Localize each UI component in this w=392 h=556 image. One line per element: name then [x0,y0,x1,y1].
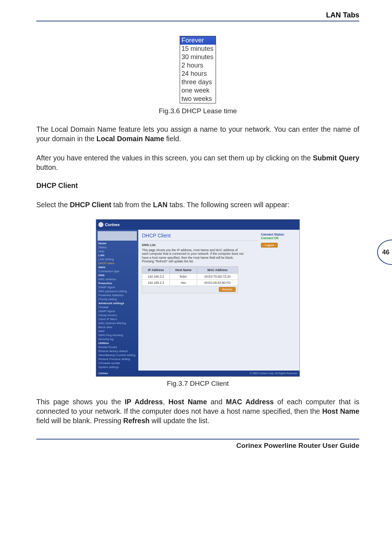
table-row: 192.168.2.2 fedor 00:E0:7D:8D:72:20 [142,274,238,280]
nav-dns[interactable]: DNS [98,273,137,277]
nav-advanced[interactable]: Advanced settings [98,301,137,305]
col-mac: MAC Address [197,267,238,274]
page-header: LAN Tabs [36,11,359,21]
nav-snmp[interactable]: SNMP Agent [98,285,137,289]
nav-restore-prev[interactable]: Restore Previous setting [98,357,137,361]
ss-description: This page shows you the IP address, Host… [142,248,244,264]
nav-client-ip[interactable]: Client IP filters [98,317,137,321]
lease-opt: 2 hours [180,61,216,70]
ss-footer: Corinex © 2003 Corinex Corp. All Rights … [96,371,299,376]
nav-dhcp-client[interactable]: DHCP client [98,261,137,265]
nav-conn-type[interactable]: Connection type [98,269,137,273]
nav-restart[interactable]: Restart Router [98,345,137,349]
footer-brand: Corinex [98,372,108,375]
ss-page-title: DHCP Client [142,233,258,238]
nav-utilities[interactable]: Utilities [98,341,137,345]
nav-block-sites[interactable]: Block sites [98,325,137,329]
lease-opt: 30 minutes [180,53,216,61]
lease-opt: one week [180,86,216,95]
nav-home[interactable]: Home [98,241,137,245]
col-host: Host Name [170,267,197,274]
nav-virtual[interactable]: Virtual servers [98,313,137,317]
paragraph-select-tab: Select the DHCP Client tab from the LAN … [36,200,359,209]
col-ip: IP Address [142,267,170,274]
nav-pl-stats[interactable]: Powerline Statistics [98,293,137,297]
brand-icon [98,222,103,227]
paragraph-submit: After you have entered the values in thi… [36,153,359,172]
nav-save-backup[interactable]: Save/Backup Current setting [98,353,137,357]
nav-mac-addr[interactable]: MAC address [98,277,137,281]
nav-status[interactable]: Status [98,245,137,249]
lease-time-list: Forever 15 minutes 30 minutes 2 hours 24… [180,36,216,103]
paragraph-domain-name: The Local Domain Name feature lets you a… [36,124,359,144]
nav-powerline[interactable]: Powerline [98,281,137,285]
footer-copyright: © 2003 Corinex Corp. All Rights Reserved [250,372,297,375]
nav-firewall[interactable]: Firewall [98,305,137,309]
lease-opt: 15 minutes [180,45,216,53]
page-number-badge: 46 [377,240,392,265]
nav-dmz[interactable]: DMZ [98,329,137,333]
dns-list-table: IP Address Host Name MAC Address 192.168… [142,266,238,293]
nav-lan[interactable]: LAN [98,253,137,257]
lease-opt: three days [180,78,216,86]
page-number: 46 [382,249,389,256]
ss-titlebar: Corinex [96,220,299,230]
nav-restore-factory[interactable]: Restore factory default [98,349,137,353]
section-heading-dhcp-client: DHCP Client [36,181,359,190]
connect-status-label: Connect Status: [261,233,296,236]
connect-status-value: Connect OK [261,236,296,240]
nav-priority[interactable]: Priority setting [98,297,137,301]
lease-opt: two weeks [180,95,216,103]
refresh-button[interactable]: Refresh [219,287,236,292]
lease-opt: Forever [180,36,216,45]
logout-button[interactable]: Logout [261,243,278,248]
router-screenshot: Corinex Home Status Help LAN LAN Setting… [96,219,300,377]
ss-section-label: DNS List [142,243,258,247]
lease-opt: 24 hours [180,70,216,78]
figure-caption-36: Fig.3.6 DHCP Lease time [36,107,359,115]
nav-sec-log[interactable]: Security log [98,337,137,341]
nav-wan-ping[interactable]: WAN Ping blocking [98,333,137,337]
table-row: 192.168.2.3 riso 00:E0:29:62:9D:FD [142,280,238,286]
nav-sys-settings[interactable]: System settings [98,365,137,369]
page-footer: Corinex Powerline Router User Guide [36,439,359,450]
nav-nek-pw[interactable]: NEK password setting [98,289,137,293]
header-title: LAN Tabs [326,11,359,19]
brand-label: Corinex [105,222,120,227]
ss-sidebar: Home Status Help LAN LAN Setting DHCP cl… [96,230,138,371]
nav-firmware[interactable]: Firmware update [98,361,137,365]
nav-mac-filter[interactable]: MAC address filtering [98,321,137,325]
figure-caption-37: Fig.3.7 DHCP Client [36,380,359,388]
paragraph-page-desc: This page shows you the IP Address, Host… [36,397,359,426]
nav-snmp2[interactable]: SNMP Agent [98,309,137,313]
nav-help[interactable]: Help [98,249,137,253]
sidebar-graphic [98,231,137,241]
nav-lan-setting[interactable]: LAN Setting [98,257,137,261]
nav-wan[interactable]: WAN [98,265,137,269]
